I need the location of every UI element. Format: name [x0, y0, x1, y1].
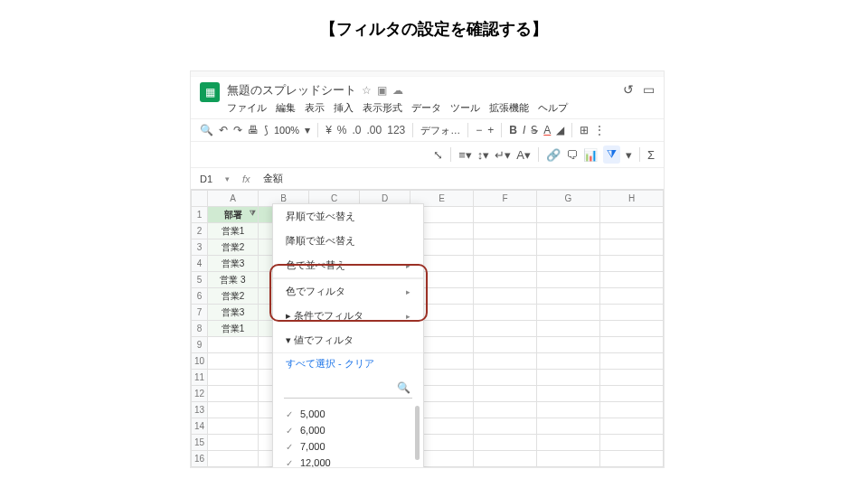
data-cell[interactable]: 営業2 — [208, 288, 259, 305]
menu-item[interactable]: 表示 — [305, 101, 325, 115]
col-header[interactable]: F — [474, 191, 537, 207]
fill-color-icon[interactable]: ◢ — [556, 124, 564, 136]
align-icon[interactable]: ≡▾ — [458, 148, 472, 162]
doc-title[interactable]: 無題のスプレッドシート — [227, 82, 356, 99]
submenu-arrow-icon: ▸ — [406, 312, 410, 321]
filter-value-item[interactable]: ✓7,000 — [286, 438, 418, 455]
data-cell[interactable]: 営業1 — [208, 321, 259, 337]
filter-menu-item[interactable]: 色で並べ替え▸ — [273, 253, 423, 278]
strikethrough-icon[interactable]: S̶ — [531, 124, 538, 136]
row-header[interactable]: 11 — [192, 370, 208, 386]
row-header[interactable]: 12 — [192, 386, 208, 402]
magnifier-icon[interactable]: 🔍 — [397, 381, 410, 394]
currency-icon[interactable]: ¥ — [326, 124, 332, 136]
italic-icon[interactable]: I — [523, 124, 525, 136]
valign-icon[interactable]: ↕▾ — [477, 148, 490, 162]
format-numbers-icon[interactable]: 123 — [387, 124, 405, 136]
row-header[interactable]: 2 — [192, 223, 208, 239]
data-cell[interactable]: 営業1 — [208, 223, 259, 239]
filter-menu-item[interactable]: 色でフィルタ▸ — [273, 278, 423, 304]
merge-cells-icon[interactable]: ⤡ — [433, 148, 443, 162]
bookmark-bar — [191, 71, 664, 77]
menubar: ファイル編集表示挿入表示形式データツール拡張機能ヘルプ — [227, 99, 616, 115]
col-header[interactable]: G — [537, 191, 600, 207]
row-header[interactable]: 4 — [192, 256, 208, 272]
filter-value-item[interactable]: ✓6,000 — [286, 422, 418, 438]
formula-bar: D1 ▾ fx 金額 — [191, 168, 664, 190]
filter-value-item[interactable]: ✓12,000 — [286, 455, 418, 468]
col-header[interactable]: A — [208, 191, 259, 207]
filter-search-input[interactable] — [284, 380, 412, 399]
filter-menu-item[interactable]: ▸ 条件でフィルタ▸ — [273, 304, 423, 328]
row-header[interactable]: 8 — [192, 321, 208, 337]
history-icon[interactable]: ↺ — [623, 82, 634, 97]
star-icon[interactable]: ☆ — [362, 84, 372, 97]
font-select[interactable]: デフォ… — [420, 124, 460, 137]
paint-format-icon[interactable]: ⟆ — [264, 124, 269, 136]
link-icon[interactable]: 🔗 — [546, 148, 561, 162]
filter-menu-item[interactable]: ▾ 値でフィルタ — [273, 328, 423, 353]
filter-icon[interactable]: ⧩ — [603, 145, 620, 164]
zoom-select[interactable]: 100% — [274, 125, 299, 136]
col-header[interactable]: H — [600, 191, 664, 207]
submenu-arrow-icon: ▸ — [406, 261, 410, 270]
borders-icon[interactable]: ⊞ — [580, 124, 589, 136]
menu-item[interactable]: 拡張機能 — [489, 101, 529, 115]
wrap-icon[interactable]: ↵▾ — [495, 148, 511, 162]
spreadsheet-grid[interactable]: A B C D E F G H 1 部署⧩ 製品⧩ 数量⧩ 金額⧩ 2営業13営… — [191, 190, 664, 467]
row-header[interactable]: 3 — [192, 239, 208, 256]
font-size-decrease-icon[interactable]: − — [476, 124, 482, 136]
menu-item[interactable]: ヘルプ — [538, 101, 568, 115]
row-header[interactable]: 9 — [192, 337, 208, 353]
menu-item[interactable]: 挿入 — [334, 101, 354, 115]
row-header[interactable]: 5 — [192, 272, 208, 288]
checkmark-icon: ✓ — [286, 458, 293, 468]
formula-value[interactable]: 金額 — [263, 172, 283, 185]
decimal-increase-icon[interactable]: .00 — [367, 124, 382, 136]
comment-icon[interactable]: ▭ — [643, 82, 655, 97]
select-all-clear-link[interactable]: すべて選択 - クリア — [273, 353, 423, 374]
row-header[interactable]: 14 — [192, 418, 208, 435]
menu-item[interactable]: データ — [411, 101, 441, 115]
scrollbar-thumb[interactable] — [415, 406, 420, 460]
rotate-icon[interactable]: A▾ — [516, 148, 531, 162]
cell-reference[interactable]: D1 — [200, 174, 212, 184]
row-header[interactable]: 7 — [192, 305, 208, 321]
filter-menu-item[interactable]: 昇順で並べ替え — [273, 204, 423, 229]
font-size-increase-icon[interactable]: + — [487, 124, 494, 136]
menu-item[interactable]: ツール — [450, 101, 480, 115]
data-cell[interactable]: 営業 3 — [208, 272, 259, 288]
chevron-down-icon[interactable]: ▾ — [305, 124, 310, 136]
comment-add-icon[interactable]: 🗨 — [566, 148, 578, 162]
bold-icon[interactable]: B — [509, 124, 517, 136]
redo-icon[interactable]: ↷ — [233, 124, 242, 136]
print-icon[interactable]: 🖶 — [248, 124, 259, 136]
header-cell[interactable]: 部署⧩ — [208, 207, 259, 223]
row-header[interactable]: 16 — [192, 451, 208, 467]
more-icon[interactable]: ⋮ — [594, 124, 605, 136]
filter-menu-item[interactable]: 降順で並べ替え — [273, 229, 423, 253]
filter-value-item[interactable]: ✓5,000 — [286, 406, 418, 422]
filter-dropdown-icon[interactable]: ⧩ — [250, 209, 256, 218]
row-header[interactable]: 1 — [192, 207, 208, 223]
data-cell[interactable]: 営業3 — [208, 256, 259, 272]
row-header[interactable]: 13 — [192, 402, 208, 418]
menu-item[interactable]: ファイル — [227, 101, 267, 115]
undo-icon[interactable]: ↶ — [219, 124, 228, 136]
search-icon[interactable]: 🔍 — [200, 124, 213, 136]
row-header[interactable]: 15 — [192, 435, 208, 451]
menu-item[interactable]: 編集 — [276, 101, 296, 115]
row-header[interactable]: 6 — [192, 288, 208, 305]
data-cell[interactable]: 営業2 — [208, 239, 259, 256]
menu-item[interactable]: 表示形式 — [363, 101, 402, 115]
percent-icon[interactable]: % — [337, 124, 347, 136]
data-cell[interactable]: 営業3 — [208, 305, 259, 321]
functions-icon[interactable]: Σ — [647, 148, 655, 162]
filter-views-icon[interactable]: ▾ — [626, 148, 632, 162]
titlebar: ▦ 無題のスプレッドシート ☆ ▣ ☁ ファイル編集表示挿入表示形式データツール… — [191, 77, 664, 118]
decimal-decrease-icon[interactable]: .0 — [353, 124, 362, 136]
row-header[interactable]: 10 — [192, 353, 208, 370]
move-to-drive-icon[interactable]: ▣ — [377, 84, 387, 97]
text-color-icon[interactable]: A — [543, 124, 551, 136]
insert-chart-icon[interactable]: 📊 — [583, 148, 598, 162]
